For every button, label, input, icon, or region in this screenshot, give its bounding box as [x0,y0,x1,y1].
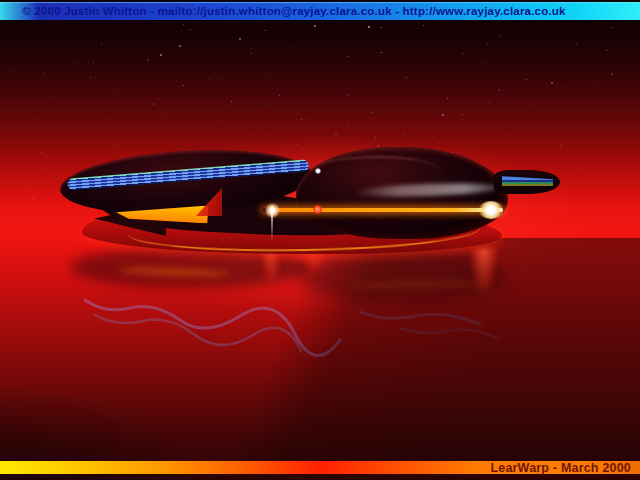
learwarp-ship [0,0,640,480]
energy-beam [263,208,503,212]
pod-stripe-band [502,176,553,189]
hull-white-light [315,168,321,174]
beam-sparkle-spike [271,206,273,242]
footer-text: LearWarp - March 2000 [490,461,631,475]
footer-bar: LearWarp - March 2000 [0,461,640,474]
render-viewport: © 2000 Justin Whitton - mailto://justin.… [0,0,640,480]
beam-red-light [313,205,322,214]
credit-text: © 2000 Justin Whitton - mailto://justin.… [22,5,565,17]
starboard-pod [494,170,560,194]
nose-glow [478,201,504,219]
sky-and-floor [0,0,640,480]
credit-bar: © 2000 Justin Whitton - mailto://justin.… [0,2,640,20]
